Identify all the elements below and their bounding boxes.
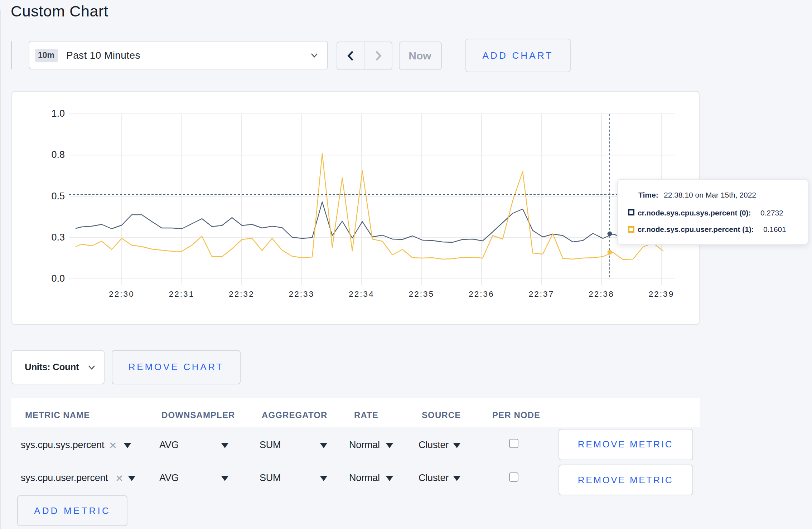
svg-text:22:30: 22:30 xyxy=(108,289,134,298)
svg-text:1.0: 1.0 xyxy=(51,108,64,118)
svg-text:22:39: 22:39 xyxy=(648,289,674,298)
svg-text:0.8: 0.8 xyxy=(51,149,64,160)
svg-text:22:36: 22:36 xyxy=(468,289,494,298)
svg-text:0.3: 0.3 xyxy=(51,232,64,242)
svg-text:22:37: 22:37 xyxy=(528,289,554,298)
svg-text:22:35: 22:35 xyxy=(409,289,434,298)
svg-text:22:32: 22:32 xyxy=(228,289,254,298)
svg-text:22:33: 22:33 xyxy=(289,289,314,298)
svg-text:22:38: 22:38 xyxy=(588,289,614,298)
svg-text:22:31: 22:31 xyxy=(169,289,194,298)
svg-text:0.5: 0.5 xyxy=(51,190,64,201)
svg-text:0.0: 0.0 xyxy=(51,273,64,283)
svg-text:22:34: 22:34 xyxy=(348,289,374,298)
